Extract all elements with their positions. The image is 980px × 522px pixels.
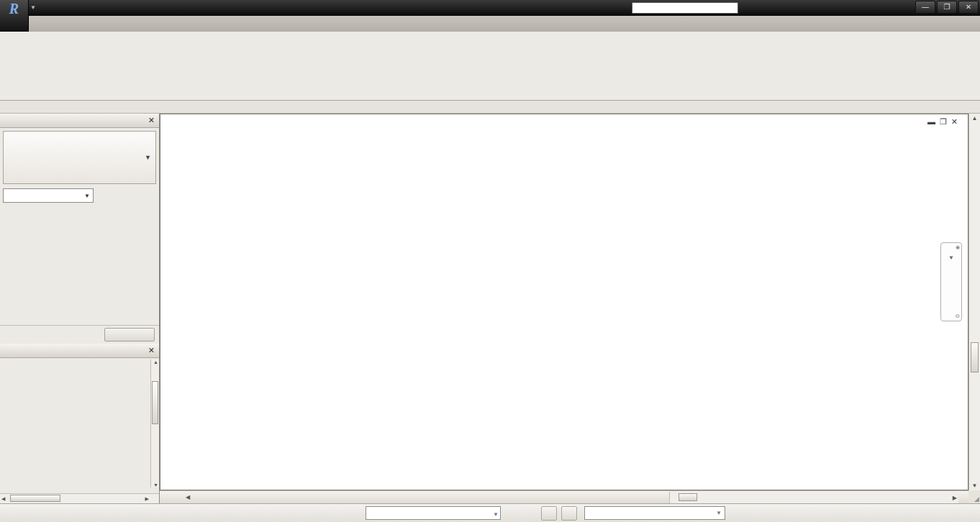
revit-window: — ❐ ✕ R ▼ ✕ ▼	[0, 0, 980, 522]
design-options-button[interactable]	[561, 506, 577, 521]
minimize-button[interactable]: —	[915, 1, 935, 14]
view-close-icon[interactable]: ✕	[951, 117, 958, 126]
scroll-left-icon[interactable]: ◀	[1, 496, 5, 502]
resize-grip[interactable]: ◢	[968, 490, 980, 503]
search-input[interactable]	[632, 2, 738, 14]
project-browser-header: ✕	[0, 344, 159, 358]
project-browser: ✕ ▲ ▼ ◀ ▶	[0, 344, 159, 503]
properties-footer	[0, 325, 159, 344]
3d-model-view	[160, 114, 968, 490]
chevron-down-icon: ▼	[493, 511, 499, 518]
view-window-controls: ▬ ❐ ✕	[927, 117, 958, 126]
properties-header: ✕	[0, 114, 159, 128]
ribbon	[0, 32, 980, 101]
project-browser-close-icon[interactable]: ✕	[148, 346, 155, 355]
chevron-down-icon: ▼	[716, 510, 722, 516]
canvas-horizontal-scrollbar[interactable]: ▶	[669, 492, 958, 503]
apply-button[interactable]	[104, 328, 155, 342]
title-bar: — ❐ ✕	[0, 0, 980, 16]
options-bar	[0, 101, 980, 114]
scroll-up-icon[interactable]: ▲	[969, 115, 980, 122]
viewbar-collapse-icon[interactable]: ◀	[186, 494, 190, 500]
status-edit-box[interactable]: ▼	[366, 506, 501, 520]
chevron-down-icon: ▼	[84, 193, 90, 199]
worksets-dialog-button[interactable]	[541, 506, 557, 521]
application-menu-caret[interactable]: ▼	[30, 4, 36, 11]
scroll-right-icon[interactable]: ▶	[953, 495, 957, 501]
scroll-right-icon[interactable]: ▶	[145, 496, 149, 502]
scrollbar-thumb[interactable]	[10, 495, 60, 502]
view-control-bar: ◀ ▶	[160, 490, 968, 503]
left-palettes: ✕ ▼ ▼	[0, 114, 160, 503]
navbar-collapse-icon[interactable]: ⊖	[955, 313, 960, 319]
window-controls: — ❐ ✕	[915, 1, 979, 14]
navbar-caret-icon[interactable]: ▼	[948, 255, 954, 261]
browser-horizontal-scrollbar[interactable]: ◀ ▶	[0, 493, 159, 503]
scrollbar-thumb[interactable]	[152, 381, 158, 424]
project-browser-tree	[0, 358, 159, 477]
close-button[interactable]: ✕	[958, 1, 979, 14]
scroll-down-icon[interactable]: ▼	[969, 482, 980, 489]
scroll-up-icon[interactable]: ▲	[153, 360, 158, 365]
scroll-down-icon[interactable]: ▼	[153, 482, 158, 487]
view-minimize-icon[interactable]: ▬	[927, 117, 935, 126]
type-selector[interactable]: ▼	[3, 131, 156, 184]
chevron-down-icon: ▼	[145, 154, 151, 161]
drawing-area[interactable]: ▬ ❐ ✕ ◉ ▼ ⊖	[160, 114, 968, 490]
browser-vertical-scrollbar[interactable]: ▲ ▼	[150, 360, 159, 487]
scrollbar-thumb[interactable]	[679, 493, 697, 501]
properties-palette: ✕ ▼ ▼	[0, 114, 159, 344]
ribbon-tab-row	[0, 16, 980, 32]
navbar-options-icon[interactable]: ◉	[956, 244, 960, 250]
active-design-option-select[interactable]: ▼	[584, 506, 725, 520]
restore-button[interactable]: ❐	[937, 1, 957, 14]
view-restore-icon[interactable]: ❐	[940, 117, 947, 126]
application-menu-button[interactable]: R	[0, 0, 29, 32]
properties-close-icon[interactable]: ✕	[148, 116, 155, 125]
scrollbar-thumb[interactable]	[971, 342, 979, 372]
window-title	[381, 0, 619, 16]
status-bar: ▼ ▼	[0, 503, 980, 522]
navigation-bar: ◉ ▼ ⊖	[940, 242, 962, 321]
canvas-vertical-scrollbar[interactable]: ▲ ▼	[968, 114, 980, 490]
instance-selector[interactable]: ▼	[3, 188, 94, 203]
revit-logo: R	[0, 0, 28, 17]
selection-toggle-icon[interactable]	[348, 506, 363, 521]
